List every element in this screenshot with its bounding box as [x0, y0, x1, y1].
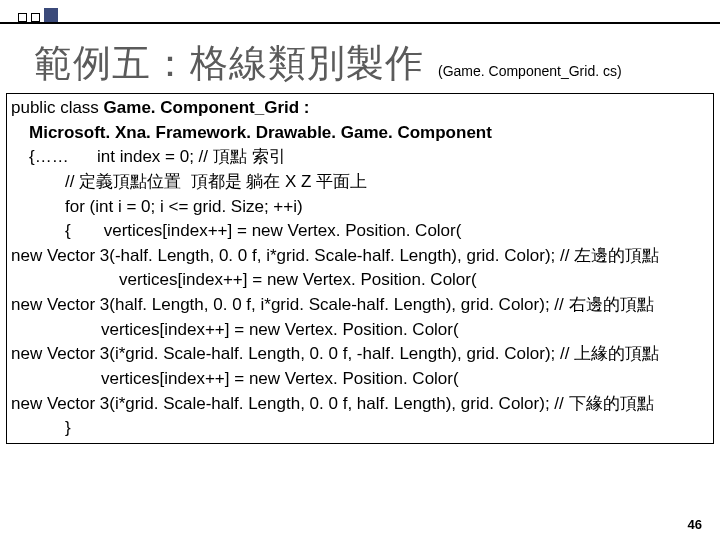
- code-line: public class: [11, 98, 104, 117]
- top-decoration-bar: [0, 0, 720, 24]
- code-line: {…… int index = 0; // 頂點 索引: [11, 147, 286, 166]
- code-line: { vertices[index++] = new Vertex. Positi…: [11, 221, 461, 240]
- ornament-square: [18, 13, 27, 22]
- code-line: // 定義頂點位置 頂都是 躺在 X Z 平面上: [11, 172, 367, 191]
- code-line: for (int i = 0; i <= grid. Size; ++i): [11, 197, 303, 216]
- code-line-bold: Microsoft. Xna. Framework. Drawable. Gam…: [11, 123, 492, 142]
- code-line: new Vector 3(i*grid. Scale-half. Length,…: [11, 344, 659, 363]
- slide-title: 範例五：格線類別製作: [34, 38, 424, 89]
- code-block: public class Game. Component_Grid : Micr…: [6, 93, 714, 444]
- code-line: vertices[index++] = new Vertex. Position…: [11, 320, 459, 339]
- code-line: vertices[index++] = new Vertex. Position…: [11, 369, 459, 388]
- code-line: vertices[index++] = new Vertex. Position…: [11, 270, 477, 289]
- code-line: new Vector 3(i*grid. Scale-half. Length,…: [11, 394, 654, 413]
- ornament-square-large: [44, 8, 58, 22]
- code-line: }: [11, 418, 71, 437]
- title-row: 範例五：格線類別製作 (Game. Component_Grid. cs): [0, 24, 720, 89]
- page-number: 46: [688, 517, 702, 532]
- ornament-square: [31, 13, 40, 22]
- code-line-bold: Game. Component_Grid :: [104, 98, 310, 117]
- code-line: new Vector 3(half. Length, 0. 0 f, i*gri…: [11, 295, 654, 314]
- slide-subtitle: (Game. Component_Grid. cs): [438, 63, 622, 79]
- code-line: new Vector 3(-half. Length, 0. 0 f, i*gr…: [11, 246, 659, 265]
